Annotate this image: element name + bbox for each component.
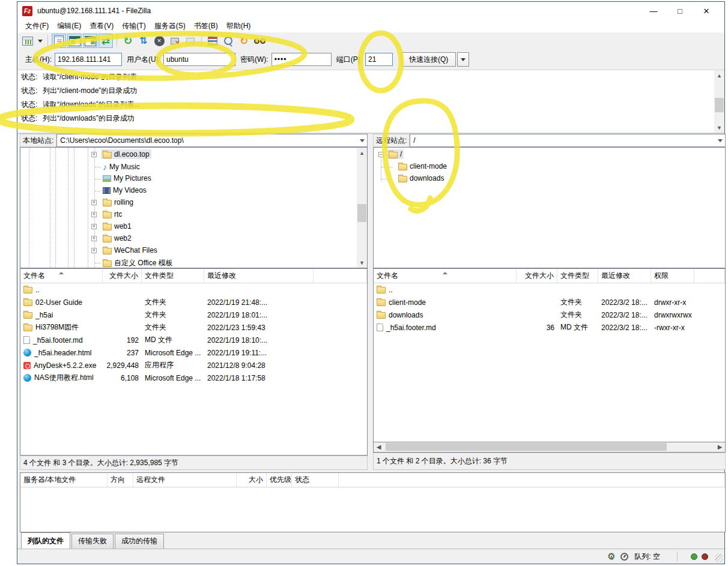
tree-item-body[interactable]: My Music	[101, 161, 142, 172]
tree-item-downloads[interactable]: downloads	[374, 173, 725, 185]
file-row--h5ai-footer-md[interactable]: _h5ai.footer.md36MD 文件2022/3/2 18:...-rw…	[374, 321, 725, 334]
expander-icon[interactable]: +	[91, 200, 97, 205]
queue-column-3[interactable]: 大小	[237, 473, 267, 487]
minimize-button[interactable]: —	[640, 2, 667, 20]
column-header-4[interactable]: 权限	[651, 269, 694, 283]
menu-item-6[interactable]: 帮助(H)	[222, 20, 255, 32]
tree-item-my-videos[interactable]: My Videos	[20, 185, 356, 197]
tree-item-body[interactable]: web1	[101, 221, 133, 231]
host-input[interactable]	[55, 53, 122, 66]
hscroll-thumb[interactable]	[386, 443, 667, 451]
scroll-right-icon[interactable]: ▶	[715, 442, 725, 451]
column-header-0[interactable]: 文件名	[20, 269, 103, 283]
tree-item-my-music[interactable]: My Music	[20, 161, 356, 173]
speed-limit-gauge-icon[interactable]	[620, 553, 628, 561]
tree-item-body[interactable]: 自定义 Office 模板	[101, 257, 175, 268]
tree-item-body[interactable]: /	[387, 149, 404, 159]
queue-column-4[interactable]: 优先级	[267, 473, 292, 487]
tree-scroll-thumb[interactable]	[357, 204, 366, 222]
tree-item-body[interactable]: dl.ecoo.top	[101, 149, 151, 159]
file-row--[interactable]: ..	[20, 283, 367, 296]
menu-item-0[interactable]: 文件(F)	[21, 20, 53, 32]
tree-item-body[interactable]: rtc	[101, 209, 124, 219]
column-header-1[interactable]: 文件大小	[517, 269, 557, 283]
scroll-down-icon[interactable]: ▼	[714, 122, 724, 133]
tree-item-body[interactable]: WeChat Files	[101, 245, 159, 255]
reconnect-icon[interactable]	[183, 34, 198, 48]
file-row-downloads[interactable]: downloads文件夹2022/3/2 18:...drwxrwxrwx	[374, 309, 725, 321]
find-icon[interactable]	[252, 34, 267, 48]
menu-item-2[interactable]: 查看(V)	[85, 20, 118, 32]
site-manager-caret-icon[interactable]	[36, 34, 44, 48]
site-manager-icon[interactable]	[20, 34, 35, 48]
compare-icon[interactable]	[221, 34, 235, 48]
close-button[interactable]: ✕	[693, 2, 720, 20]
tree-item-body[interactable]: My Videos	[101, 185, 148, 195]
transfer-settings-gear-icon[interactable]: ⚙	[607, 552, 617, 561]
file-row--[interactable]: ..	[374, 283, 725, 296]
tree-item-body[interactable]: rolling	[101, 197, 135, 207]
log-scrollbar[interactable]: ▲ ▼	[714, 70, 724, 133]
cancel-icon[interactable]	[152, 34, 166, 48]
expander-icon[interactable]: −	[378, 152, 384, 157]
sync-browsing-icon[interactable]	[237, 34, 251, 48]
column-header-3[interactable]: 最近修改	[598, 269, 651, 283]
expander-icon[interactable]: +	[91, 248, 97, 253]
resize-grip[interactable]	[715, 554, 723, 562]
scroll-down-icon[interactable]: ▼	[357, 257, 367, 268]
remote-horizontal-scrollbar[interactable]: ◀ ▶	[373, 442, 726, 453]
quickconnect-button[interactable]: 快速连接(Q)	[401, 52, 456, 67]
queue-column-2[interactable]: 远程文件	[133, 473, 237, 487]
queue-column-0[interactable]: 服务器/本地文件	[20, 473, 108, 487]
maximize-button[interactable]: □	[667, 2, 693, 20]
filter-icon[interactable]	[205, 34, 220, 48]
file-row--h5ai-header-html[interactable]: _h5ai.header.html237Microsoft Edge ...20…	[20, 346, 367, 359]
menu-item-1[interactable]: 编辑(E)	[53, 20, 85, 32]
queue-column-5[interactable]: 状态	[292, 473, 339, 487]
tree-item-body[interactable]: My Pictures	[101, 173, 153, 183]
tree-item-自定义-office-模板[interactable]: 自定义 Office 模板	[20, 257, 356, 268]
tree-item-rolling[interactable]: +rolling	[20, 197, 356, 209]
scroll-up-icon[interactable]: ▲	[714, 70, 724, 80]
file-row--h5ai-footer-md[interactable]: _h5ai.footer.md192MD 文件2022/1/19 18:10:.…	[20, 334, 367, 346]
file-row-nas-html[interactable]: NAS使用教程.html6,108Microsoft Edge ...2022/…	[20, 372, 367, 384]
tree-item-web1[interactable]: +web1	[20, 221, 356, 233]
column-header-2[interactable]: 文件类型	[142, 269, 204, 283]
process-queue-icon[interactable]	[136, 34, 151, 48]
file-row-hi3798m-[interactable]: Hi3798M固件文件夹2022/1/23 1:59:43	[20, 321, 367, 334]
menu-item-3[interactable]: 传输(T)	[118, 20, 150, 32]
expander-icon[interactable]: +	[91, 236, 97, 241]
remote-site-combo[interactable]: /	[410, 134, 726, 147]
tab-0[interactable]: 列队的文件	[21, 532, 70, 549]
local-site-combo[interactable]: C:\Users\ecoo\Documents\dl.ecoo.top\	[56, 134, 368, 147]
scroll-left-icon[interactable]: ◀	[374, 442, 384, 451]
toggle-queue-icon[interactable]	[99, 34, 113, 48]
username-input[interactable]	[163, 53, 235, 66]
password-input[interactable]	[271, 53, 332, 66]
toggle-remote-tree-icon[interactable]	[83, 34, 97, 48]
local-tree-scrollbar[interactable]: ▲ ▼	[357, 148, 367, 268]
tree-item--[interactable]: −/	[374, 149, 725, 161]
column-header-2[interactable]: 文件类型	[557, 269, 598, 283]
expander-icon[interactable]: +	[91, 152, 97, 157]
file-row-client-mode[interactable]: client-mode文件夹2022/3/2 18:...drwxr-xr-x	[374, 296, 725, 309]
chevron-down-icon[interactable]	[718, 139, 723, 145]
tree-item-dl.ecoo.top[interactable]: +dl.ecoo.top	[20, 149, 356, 161]
tree-item-web2[interactable]: +web2	[20, 233, 356, 245]
quickconnect-dropdown-icon[interactable]	[457, 52, 469, 67]
column-header-0[interactable]: 文件名	[374, 269, 517, 283]
scroll-up-icon[interactable]: ▲	[357, 148, 367, 158]
queue-column-1[interactable]: 方向	[108, 473, 133, 487]
tree-item-client-mode[interactable]: client-mode	[374, 161, 725, 173]
column-header-3[interactable]: 最近修改	[204, 269, 314, 283]
file-row-anydesk-5-2-2-exe[interactable]: AnyDesk+5.2.2.exe2,929,448应用程序2021/12/8 …	[20, 359, 367, 372]
disconnect-icon[interactable]	[168, 34, 182, 48]
column-header-1[interactable]: 文件大小	[103, 269, 142, 283]
tab-2[interactable]: 成功的传输	[115, 534, 164, 549]
expander-icon[interactable]: +	[91, 212, 97, 217]
menu-item-5[interactable]: 书签(B)	[190, 20, 222, 32]
menu-item-4[interactable]: 服务器(S)	[150, 20, 190, 32]
expander-icon[interactable]: +	[91, 224, 97, 229]
tree-item-my-pictures[interactable]: My Pictures	[20, 173, 356, 185]
tree-item-body[interactable]: downloads	[396, 173, 446, 183]
